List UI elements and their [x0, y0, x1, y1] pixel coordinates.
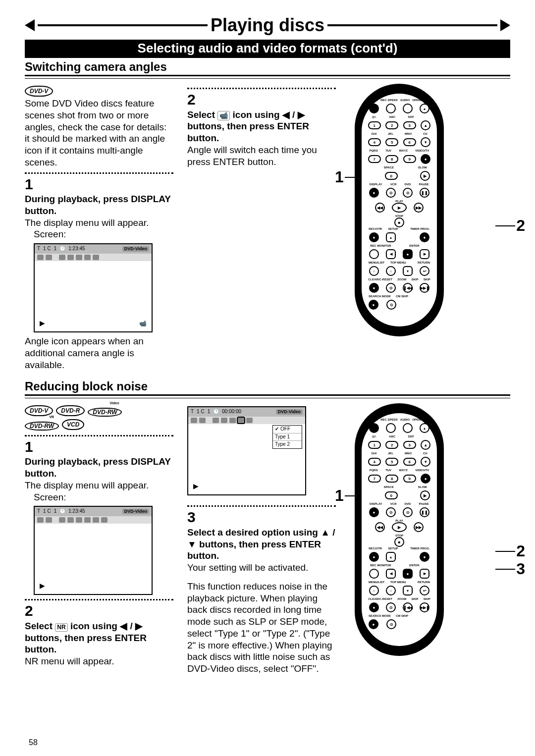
step-2-body: Angle will switch each time you press EN…	[187, 144, 336, 168]
sec-a-col-1: DVD-V Some DVD Video discs feature scene…	[25, 84, 173, 371]
heading-reducing-noise: Reducing block noise	[25, 379, 510, 393]
screen-display-b1: T1 C1🕐1:23:45DVD-Video ▶	[34, 506, 153, 595]
heading-switching-angles: Switching camera angles	[25, 60, 510, 74]
step-1-head: During playback, press DISPLAY button.	[25, 193, 173, 217]
step-1-after: Angle icon appears when an additional ca…	[25, 335, 173, 371]
sec-b-col-2: T1 C1🕐00:00:00DVD-Video ✔OFF Type 1 Type…	[187, 403, 336, 675]
chapter-title: Playing discs	[211, 15, 324, 36]
nr-menu: ✔OFF Type 1 Type 2	[272, 425, 302, 449]
step-2-head: Select 📹 icon using ◀ / ▶ buttons, then …	[187, 109, 336, 144]
section-title: Selecting audio and video formats (cont'…	[25, 40, 510, 58]
page: Playing discs Selecting audio and video …	[0, 0, 535, 756]
section-b: DVD-V DVD-R VideoDVD-RW VRDVD-RW VCD 1 D…	[25, 403, 510, 675]
sec-a-intro: Some DVD Video discs feature scenes shot…	[25, 98, 173, 168]
remote-diagram-1: POWERREC SPEEDAUDIOOPEN/CLOSE ▲ @/.ABCDE…	[355, 84, 444, 336]
sec-b-remote-col: 1 2 3 POWERREC SPEEDAUDIOOPEN/CLOSE ▲ @/…	[350, 403, 510, 675]
nr-icon: NR	[55, 623, 67, 632]
badge-dvd-v: DVD-V	[25, 86, 53, 97]
step-1-num: 1	[25, 175, 173, 194]
remote-diagram-2: POWERREC SPEEDAUDIOOPEN/CLOSE ▲ @/.ABCDE…	[355, 403, 444, 656]
camera-icon: 📹	[217, 111, 230, 121]
sec-a-col-2: 2 Select 📹 icon using ◀ / ▶ buttons, the…	[187, 84, 336, 371]
section-a: DVD-V Some DVD Video discs feature scene…	[25, 84, 510, 371]
sec-b-col-1: DVD-V DVD-R VideoDVD-RW VRDVD-RW VCD 1 D…	[25, 403, 173, 675]
step-2-num: 2	[187, 90, 336, 109]
page-number: 58	[29, 738, 38, 747]
screen-display-b2: T1 C1🕐00:00:00DVD-Video ✔OFF Type 1 Type…	[187, 406, 306, 495]
chapter-ornament: Playing discs	[25, 15, 510, 36]
angle-icon: 📹	[139, 320, 147, 327]
screen-display-a: T1 C 1🕐 1:23:45 DVD-Video ▶ 📹	[34, 243, 153, 332]
sec-a-remote-col: 1 2 POWERREC SPEEDAUDIOOPEN/CLOSE ▲ @/.A…	[350, 84, 510, 371]
